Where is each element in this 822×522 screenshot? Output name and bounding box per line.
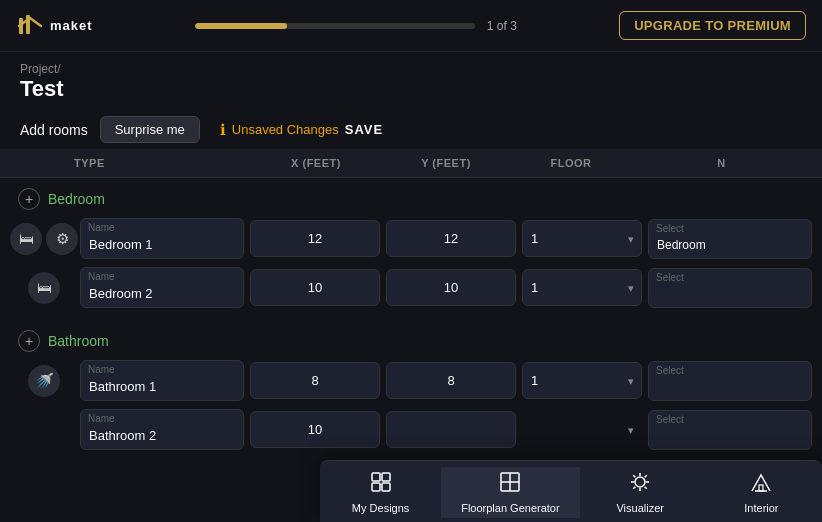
progress-fill xyxy=(195,23,287,29)
logo-icon xyxy=(16,12,44,40)
svg-rect-19 xyxy=(759,485,763,491)
add-bedroom-button[interactable]: + xyxy=(18,188,40,210)
col-n: N xyxy=(631,157,812,169)
floorplan-icon xyxy=(499,471,521,498)
bathroom1-name-field: Name xyxy=(80,360,244,401)
bath-icon-button[interactable]: 🚿 xyxy=(28,365,60,397)
bathroom1-floor-cell: 1 2 3 xyxy=(522,362,642,399)
bathroom2-x-input[interactable] xyxy=(250,411,380,448)
bedroom2-floor-cell: 1 2 3 xyxy=(522,269,642,306)
bathroom1-floor-select[interactable]: 1 2 3 xyxy=(522,362,642,399)
save-button[interactable]: SAVE xyxy=(345,122,383,137)
bathroom2-x-cell xyxy=(250,411,380,448)
svg-point-9 xyxy=(635,477,645,487)
nav-visualizer[interactable]: Visualizer xyxy=(580,467,701,518)
select-label: Select xyxy=(656,223,684,234)
name-label: Name xyxy=(88,222,115,233)
bedroom2-x-cell xyxy=(250,269,380,306)
project-name: Test xyxy=(20,76,802,102)
bedroom2-x-input[interactable] xyxy=(250,269,380,306)
name-label: Name xyxy=(88,413,115,424)
name-label: Name xyxy=(88,364,115,375)
bedroom1-x-input[interactable] xyxy=(250,220,380,257)
bedroom1-y-input[interactable] xyxy=(386,220,516,257)
interior-label: Interior xyxy=(744,502,778,514)
bathroom2-name-field: Name xyxy=(80,409,244,450)
unsaved-text: Unsaved Changes xyxy=(232,122,339,137)
bedroom1-icons: 🛏 ⚙ xyxy=(14,223,74,255)
bedroom2-name-field: Name xyxy=(80,267,244,308)
bedroom2-floor-select[interactable]: 1 2 3 xyxy=(522,269,642,306)
project-breadcrumb: Project/ xyxy=(20,62,802,76)
nav-floorplan-generator[interactable]: Floorplan Generator xyxy=(441,467,579,518)
bedroom2-y-input[interactable] xyxy=(386,269,516,306)
bedroom2-select-cell: Select xyxy=(648,268,812,308)
add-rooms-bar: Add rooms Surprise me ℹ Unsaved Changes … xyxy=(0,110,822,149)
my-designs-label: My Designs xyxy=(352,502,409,514)
name-label: Name xyxy=(88,271,115,282)
header: maket 1 of 3 UPGRADE TO PREMIUM xyxy=(0,0,822,52)
col-floor: FLOOR xyxy=(511,157,631,169)
progress-label: 1 of 3 xyxy=(487,19,517,33)
bedroom-type-row: + Bedroom xyxy=(10,188,812,210)
select-label: Select xyxy=(656,365,684,376)
bathroom1-x-input[interactable] xyxy=(250,362,380,399)
bathroom-type-row: + Bathroom xyxy=(10,330,812,352)
logo-area: maket xyxy=(16,12,93,40)
svg-line-17 xyxy=(633,487,635,489)
svg-line-15 xyxy=(645,487,647,489)
table-row: 🚿 Name 1 2 3 xyxy=(10,360,812,401)
bedroom2-y-cell xyxy=(386,269,516,306)
select-label: Select xyxy=(656,414,684,425)
nav-my-designs[interactable]: My Designs xyxy=(320,467,441,518)
add-rooms-label: Add rooms xyxy=(20,122,88,138)
unsaved-area: ℹ Unsaved Changes SAVE xyxy=(220,121,383,139)
settings-icon-button[interactable]: ⚙ xyxy=(46,223,78,255)
bathroom2-y-input[interactable] xyxy=(386,411,516,448)
visualizer-label: Visualizer xyxy=(616,502,664,514)
bathroom1-y-input[interactable] xyxy=(386,362,516,399)
bottom-nav: My Designs Floorplan Generator xyxy=(320,460,822,522)
col-empty xyxy=(10,157,70,169)
svg-line-14 xyxy=(633,475,635,477)
bed-icon-button[interactable]: 🛏 xyxy=(10,223,42,255)
bathroom2-y-cell xyxy=(386,411,516,448)
floorplan-label: Floorplan Generator xyxy=(461,502,559,514)
visualizer-icon xyxy=(629,471,651,498)
col-y: Y (FEET) xyxy=(381,157,511,169)
bathroom1-x-cell xyxy=(250,362,380,399)
svg-rect-4 xyxy=(372,483,380,491)
bathroom1-icons: 🚿 xyxy=(14,365,74,397)
logo-text: maket xyxy=(50,18,93,33)
nav-interior[interactable]: Interior xyxy=(701,467,822,518)
bedroom1-y-cell xyxy=(386,220,516,257)
bathroom-label: Bathroom xyxy=(48,333,109,349)
my-designs-icon xyxy=(370,471,392,498)
upgrade-button[interactable]: UPGRADE TO PREMIUM xyxy=(619,11,806,40)
svg-line-16 xyxy=(645,475,647,477)
surprise-button[interactable]: Surprise me xyxy=(100,116,200,143)
info-icon: ℹ xyxy=(220,121,226,139)
bathroom1-y-cell xyxy=(386,362,516,399)
table-header: TYPE X (FEET) Y (FEET) FLOOR N xyxy=(0,149,822,178)
bedroom-section: + Bedroom 🛏 ⚙ Name xyxy=(0,178,822,320)
col-x: X (FEET) xyxy=(251,157,381,169)
col-type: TYPE xyxy=(70,157,251,169)
table-row: 🛏 ⚙ Name 1 2 3 xyxy=(10,218,812,259)
table-row: 🛏 Name 1 2 3 xyxy=(10,267,812,308)
project-section: Project/ Test xyxy=(0,52,822,110)
main-content: Project/ Test Add rooms Surprise me ℹ Un… xyxy=(0,52,822,522)
svg-rect-2 xyxy=(372,473,380,481)
progress-track xyxy=(195,23,475,29)
bed-icon-button[interactable]: 🛏 xyxy=(28,272,60,304)
bedroom2-icons: 🛏 xyxy=(14,272,74,304)
interior-icon xyxy=(750,471,772,498)
bedroom1-x-cell xyxy=(250,220,380,257)
svg-rect-5 xyxy=(382,483,390,491)
bedroom1-floor-cell: 1 2 3 xyxy=(522,220,642,257)
add-bathroom-button[interactable]: + xyxy=(18,330,40,352)
bedroom1-select-cell: Select xyxy=(648,219,812,259)
progress-area: 1 of 3 xyxy=(109,19,604,33)
bathroom1-select-cell: Select xyxy=(648,361,812,401)
bedroom1-floor-select[interactable]: 1 2 3 xyxy=(522,220,642,257)
